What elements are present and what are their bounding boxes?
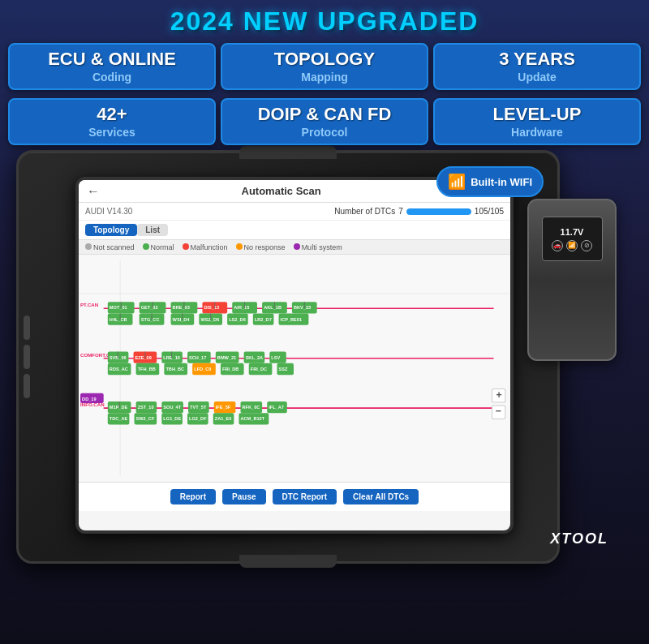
legend-dot-multi: [294, 243, 300, 250]
report-button[interactable]: Report: [170, 489, 216, 504]
dtc-info-area: Number of DTCs 7 105/105: [334, 207, 504, 216]
svg-text:TDC_AE: TDC_AE: [110, 417, 128, 422]
feature-protocol-main: DOIP & CAN FD: [226, 105, 423, 124]
feature-topology-sub: Mapping: [226, 71, 423, 84]
wifi-icon: 📶: [448, 173, 466, 191]
vci-dongle: 11.7V 🚗 📶 ⊘: [527, 199, 617, 361]
pause-button[interactable]: Pause: [222, 489, 265, 504]
svg-text:+: +: [496, 389, 502, 401]
case-top-handle: [239, 146, 337, 159]
dtc-progress-fill: [406, 208, 471, 215]
tab-list[interactable]: List: [137, 224, 168, 236]
svg-text:IFE_5F: IFE_5F: [216, 406, 231, 410]
svg-text:STG_CC: STG_CC: [141, 317, 160, 322]
dtc-report-button[interactable]: DTC Report: [273, 489, 337, 504]
feature-ecu: ECU & ONLINE Coding: [8, 43, 216, 90]
upgrade-badge-text: 2024 NEW UPGRADED: [170, 6, 479, 36]
legend-malfunction: Malfunction: [183, 243, 228, 251]
screen-legend: Not scanned Normal Malfunction No respon…: [79, 240, 510, 255]
case-body: ← Automatic Scan VCI 74% AUDI V14.30 Num…: [16, 150, 560, 564]
feature-ecu-main: ECU & ONLINE: [13, 49, 211, 69]
screen-title: Automatic Scan: [242, 185, 321, 197]
svg-text:M1P_DE: M1P_DE: [110, 406, 128, 410]
svg-text:LSV: LSV: [271, 355, 280, 360]
topology-map-area: PT.CAN COMFORT.CAN INFO.CAN DD_19 MOT_01: [79, 255, 510, 482]
tablet-screen: ← Automatic Scan VCI 74% AUDI V14.30 Num…: [79, 180, 510, 530]
feature-protocol: DOIP & CAN FD Protocol: [221, 98, 428, 145]
legend-normal: Normal: [143, 243, 174, 251]
vci-status-icons: 🚗 📶 ⊘: [552, 240, 592, 251]
svg-text:EZE_09: EZE_09: [135, 355, 152, 360]
svg-text:LG2_DF: LG2_DF: [189, 417, 207, 422]
svg-text:SW2_CF: SW2_CF: [136, 417, 155, 422]
wifi-badge: 📶 Built-in WIFI: [436, 166, 544, 197]
case-btn-3[interactable]: [24, 374, 30, 398]
case-btn-2[interactable]: [24, 345, 30, 369]
svg-text:RFK_0C: RFK_0C: [243, 406, 260, 410]
svg-text:PT.CAN: PT.CAN: [80, 303, 99, 308]
feature-services: 42+ Services: [8, 98, 216, 145]
vci-screen-content: 11.7V 🚗 📶 ⊘: [552, 227, 592, 251]
svg-text:MOT_01: MOT_01: [110, 306, 127, 311]
feature-levelup: LEVEL-UP Hardware: [433, 98, 641, 145]
vci-block-icon: ⊘: [581, 240, 592, 251]
svg-text:RDS_AC: RDS_AC: [110, 367, 128, 371]
wifi-badge-text: Built-in WIFI: [471, 176, 532, 188]
tab-topology[interactable]: Topology: [85, 224, 137, 236]
svg-text:FRI_DC: FRI_DC: [251, 367, 267, 371]
svg-text:−: −: [496, 406, 501, 418]
legend-dot-malfunction: [183, 243, 189, 250]
svg-text:TBH_BC: TBH_BC: [165, 367, 184, 371]
vci-voltage-reading: 11.7V: [552, 227, 592, 237]
dtc-count: 7: [398, 207, 403, 216]
svg-text:SKL_2A: SKL_2A: [246, 355, 264, 360]
svg-text:LS2_D6: LS2_D6: [229, 317, 246, 322]
feature-ecu-sub: Coding: [13, 71, 211, 84]
svg-text:WSI_D4: WSI_D4: [173, 317, 191, 322]
feature-protocol-sub: Protocol: [226, 126, 423, 139]
feature-levelup-sub: Hardware: [438, 126, 636, 139]
feature-grid-row2: 42+ Services DOIP & CAN FD Protocol LEVE…: [8, 98, 641, 145]
svg-text:LR2_D7: LR2_D7: [255, 317, 272, 322]
tablet-frame: ← Automatic Scan VCI 74% AUDI V14.30 Num…: [75, 177, 514, 534]
dtc-progress-text: 105/105: [475, 207, 504, 216]
back-button[interactable]: ←: [85, 183, 101, 200]
svg-text:SSZ: SSZ: [279, 367, 288, 371]
vci-car-icon: 🚗: [552, 240, 563, 251]
svg-text:TFH_BB: TFH_BB: [138, 367, 156, 371]
feature-years-main: 3 YEARS: [438, 49, 636, 69]
svg-text:AIR_15: AIR_15: [234, 306, 249, 311]
main-container: 2024 NEW UPGRADED ECU & ONLINE Coding TO…: [0, 0, 649, 644]
svg-text:ZA1_E0: ZA1_E0: [215, 417, 232, 422]
case-btn-1[interactable]: [24, 316, 30, 340]
screen-action-buttons: Report Pause DTC Report Clear All DTCs: [79, 482, 510, 511]
svg-text:DIS_13: DIS_13: [204, 306, 219, 311]
feature-services-main: 42+: [13, 105, 211, 124]
svg-text:AKL_1B: AKL_1B: [264, 306, 282, 311]
svg-text:ACM_B10T: ACM_B10T: [241, 417, 265, 422]
svg-text:BRE_03: BRE_03: [173, 306, 190, 311]
clear-dtc-button[interactable]: Clear All DTCs: [343, 489, 419, 504]
dtc-progress-bar: [406, 208, 471, 215]
legend-dot-normal: [143, 243, 149, 250]
svg-text:DD_19: DD_19: [82, 397, 96, 401]
case-left-buttons: [24, 316, 30, 398]
legend-multi-system: Multi system: [294, 243, 342, 251]
svg-text:FRI_DB: FRI_DB: [222, 367, 239, 371]
legend-no-response: No response: [236, 243, 286, 251]
legend-dot-not-scanned: [85, 243, 92, 250]
svg-text:LG1_DE: LG1_DE: [163, 417, 181, 422]
feature-years-sub: Update: [438, 71, 636, 84]
svg-text:TVT_5T: TVT_5T: [190, 406, 207, 410]
vehicle-version: AUDI V14.30: [85, 207, 132, 216]
screen-tabs: Topology List: [79, 221, 510, 240]
svg-text:BKV_23: BKV_23: [294, 306, 311, 311]
feature-services-sub: Services: [13, 126, 211, 139]
case-bottom-handle: [239, 555, 337, 568]
feature-levelup-main: LEVEL-UP: [438, 105, 636, 124]
svg-text:BMW_21: BMW_21: [217, 355, 236, 360]
feature-grid-row1: ECU & ONLINE Coding TOPOLOGY Mapping 3 Y…: [8, 43, 641, 90]
top-badge: 2024 NEW UPGRADED: [0, 0, 649, 40]
svg-text:GET_02: GET_02: [141, 306, 158, 311]
svg-text:IFL_A7: IFL_A7: [269, 406, 284, 410]
